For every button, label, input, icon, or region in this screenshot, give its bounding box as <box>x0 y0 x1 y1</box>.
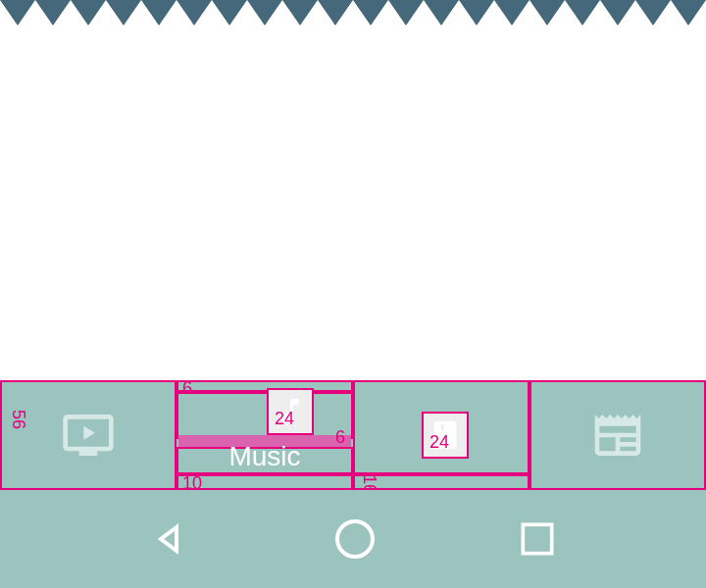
back-icon <box>147 515 194 563</box>
torn-edge-decoration <box>0 0 706 25</box>
news-icon <box>590 408 645 463</box>
overview-icon <box>516 517 559 561</box>
content-area <box>0 25 706 380</box>
tab-music[interactable]: 6 24 6 Music 10 <box>176 380 353 490</box>
home-icon <box>331 515 378 563</box>
video-icon <box>61 408 116 463</box>
tab-music-label: Music <box>176 441 353 472</box>
svg-rect-1 <box>523 524 551 553</box>
tab-books[interactable]: 24 16 <box>353 380 530 490</box>
music-icon-box: 24 <box>267 388 314 435</box>
home-button[interactable] <box>331 515 378 563</box>
bottom-navigation: 56 6 24 6 Music 10 <box>0 380 706 490</box>
svg-point-0 <box>337 521 373 557</box>
tab-video[interactable]: 56 <box>0 380 176 490</box>
overview-button[interactable] <box>516 517 559 561</box>
measure-tab-height: 56 <box>8 410 28 429</box>
tab-news[interactable] <box>530 380 706 490</box>
measure-top-pad: 6 <box>182 378 192 399</box>
system-navigation-bar <box>0 490 706 588</box>
book-icon-box: 24 <box>422 412 469 459</box>
music-icon <box>274 395 307 428</box>
book-icon <box>429 418 462 452</box>
back-button[interactable] <box>147 515 194 563</box>
